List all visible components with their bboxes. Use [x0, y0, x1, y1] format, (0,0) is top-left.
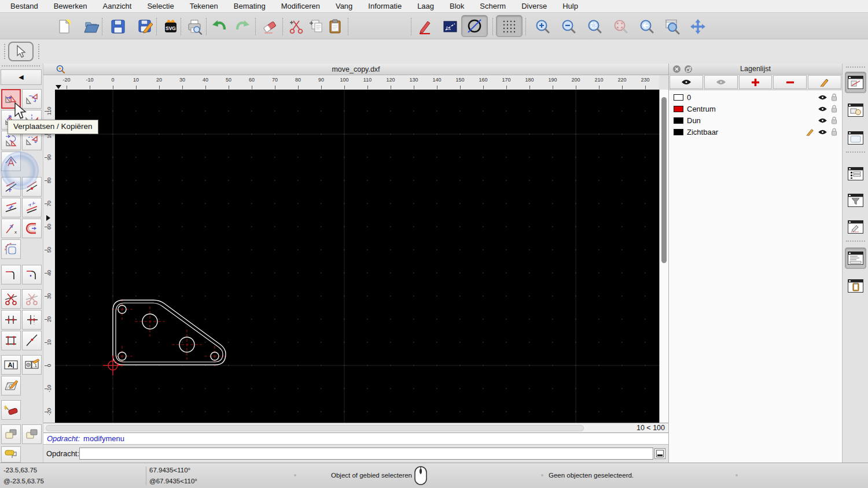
layer-row-centrum[interactable]: Centrum: [669, 103, 842, 114]
tool-round[interactable]: [1, 239, 21, 259]
menu-informatie[interactable]: Informatie: [368, 2, 402, 10]
tool-divide[interactable]: [1, 310, 21, 330]
copy-button[interactable]: [306, 16, 327, 37]
save-button[interactable]: [108, 16, 128, 37]
menu-bewerken[interactable]: Bewerken: [54, 2, 87, 10]
palette-drag-handle[interactable]: [2, 65, 40, 66]
command-input[interactable]: [79, 448, 653, 460]
tool-bevel[interactable]: [1, 265, 21, 284]
layer-panel-header[interactable]: Lagenlijst: [669, 64, 842, 75]
horizontal-scrollbar[interactable]: 10 < 100: [43, 423, 668, 432]
zoom-in-button[interactable]: [532, 16, 553, 37]
grid-toggle-button[interactable]: [496, 15, 523, 37]
menu-diverse[interactable]: Diverse: [521, 2, 547, 10]
vertical-scrollbar-thumb[interactable]: [661, 97, 667, 263]
layer-lock-icon[interactable]: [831, 128, 837, 136]
layer-lock-icon[interactable]: [831, 93, 837, 101]
toggle-command-line-button[interactable]: [845, 247, 866, 269]
tool-move-copy[interactable]: [1, 89, 21, 109]
layer-row-zichtbaar[interactable]: Zichtbaar: [669, 126, 842, 138]
save-as-button[interactable]: [135, 16, 156, 37]
tool-edit-text[interactable]: A|: [1, 355, 21, 375]
new-file-button[interactable]: [54, 16, 75, 37]
menu-selectie[interactable]: Selectie: [147, 2, 174, 10]
vertical-scrollbar[interactable]: [659, 90, 668, 423]
draft-line-mode-button[interactable]: [440, 16, 461, 37]
layer-lock-icon[interactable]: [831, 105, 837, 113]
show-all-layers-button[interactable]: [670, 75, 703, 89]
strip-drag-handle[interactable]: [846, 66, 865, 68]
undo-button[interactable]: [209, 16, 230, 37]
layer-row-0[interactable]: 0: [669, 91, 842, 103]
layer-visible-icon[interactable]: [818, 129, 827, 135]
tool-stretch[interactable]: [1, 331, 21, 350]
tool-lengthen-x[interactable]: x: [1, 219, 21, 238]
zoom-auto-button[interactable]: [584, 16, 605, 37]
cut-button[interactable]: [286, 16, 307, 37]
toolbar-drag-handle[interactable]: [4, 44, 5, 59]
print-preview-button[interactable]: [184, 16, 205, 37]
tool-cut[interactable]: [1, 289, 21, 309]
tool-extend-two[interactable]: [22, 198, 42, 217]
tool-properties-paint[interactable]: [1, 446, 21, 463]
add-layer-button[interactable]: [739, 75, 773, 89]
tool-round-corner[interactable]: [22, 265, 42, 284]
horizontal-scrollbar-thumb[interactable]: [46, 425, 584, 431]
tool-order-front[interactable]: [1, 424, 21, 444]
zoom-selection-button[interactable]: [610, 16, 631, 37]
toggle-entity-list-button[interactable]: [845, 163, 866, 184]
tool-edit-hatch[interactable]: [1, 376, 21, 395]
menu-vang[interactable]: Vang: [336, 2, 352, 10]
tool-break-out[interactable]: [22, 331, 42, 350]
menu-bemating[interactable]: Bemating: [234, 2, 266, 10]
menu-aanzicht[interactable]: Aanzicht: [103, 2, 132, 10]
redo-button[interactable]: [232, 16, 253, 37]
toolbar-drag-handle[interactable]: [38, 44, 39, 59]
toggle-block-list-button[interactable]: [845, 99, 866, 121]
svg-export-button[interactable]: SVG: [160, 16, 181, 37]
tool-offset[interactable]: [22, 219, 42, 238]
zoom-window-button[interactable]: [662, 16, 683, 37]
tool-revert-direction[interactable]: [1, 151, 21, 171]
remove-layer-button[interactable]: [773, 75, 807, 89]
layer-visible-icon[interactable]: [818, 106, 827, 112]
pan-button[interactable]: [687, 16, 708, 37]
menu-modificeren[interactable]: Modificeren: [281, 2, 320, 10]
paste-button[interactable]: [325, 16, 345, 37]
layer-visible-icon[interactable]: [818, 94, 827, 101]
palette-back-button[interactable]: ◀: [1, 69, 42, 85]
document-titlebar[interactable]: move_copy.dxf: [43, 64, 668, 75]
menu-blok[interactable]: Blok: [450, 2, 464, 10]
tool-edit-dimension[interactable]: .1: [22, 355, 42, 375]
layer-visible-icon[interactable]: [818, 117, 827, 124]
zoom-out-button[interactable]: [558, 16, 579, 37]
tool-rotate[interactable]: [22, 89, 42, 109]
toggle-library-browser-button[interactable]: [845, 127, 866, 149]
tool-trim-two[interactable]: [1, 198, 21, 217]
toggle-layer-list-button[interactable]: [845, 72, 866, 93]
menu-bestand[interactable]: Bestand: [10, 2, 38, 10]
layer-lock-icon[interactable]: [831, 116, 837, 124]
open-file-button[interactable]: [81, 16, 102, 37]
toggle-selection-filter-button[interactable]: [845, 190, 866, 211]
menu-hulp[interactable]: Hulp: [562, 2, 578, 10]
tool-lengthen[interactable]: [22, 177, 42, 197]
delete-button[interactable]: [259, 16, 280, 37]
tool-order-back[interactable]: [22, 424, 42, 444]
command-options-button[interactable]: [654, 448, 665, 459]
draft-circle-mode-button[interactable]: [461, 15, 488, 37]
menu-tekenen[interactable]: Tekenen: [190, 2, 218, 10]
tool-cut-inactive[interactable]: [22, 289, 42, 309]
tool-trim[interactable]: [1, 177, 21, 197]
draw-pencil-button[interactable]: [414, 16, 435, 37]
toggle-clipboard-panel-button[interactable]: [845, 275, 866, 297]
tool-divide-two[interactable]: [22, 310, 42, 330]
menu-scherm[interactable]: Scherm: [480, 2, 506, 10]
layer-row-dun[interactable]: Dun: [669, 114, 842, 126]
cad-canvas[interactable]: [55, 90, 659, 423]
edit-layer-button[interactable]: [808, 75, 841, 89]
zoom-previous-button[interactable]: [637, 16, 657, 37]
toggle-pen-toolbar-button[interactable]: [845, 216, 866, 238]
hide-all-layers-button[interactable]: [704, 75, 738, 89]
select-arrow-button[interactable]: [8, 42, 34, 61]
